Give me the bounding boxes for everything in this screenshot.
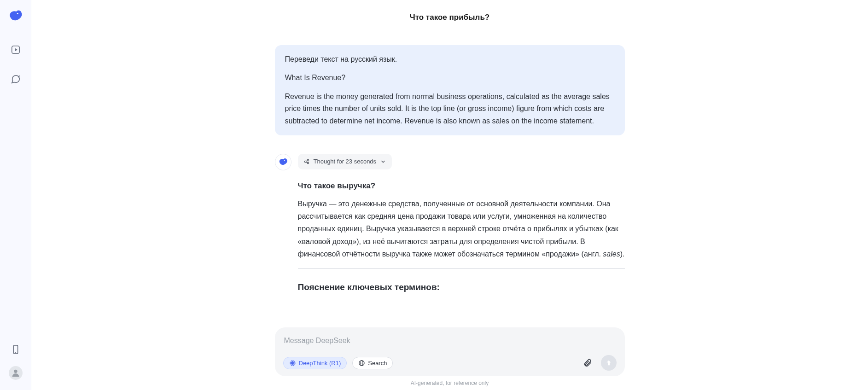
sidebar xyxy=(0,0,31,390)
svg-point-11 xyxy=(292,362,293,364)
svg-point-0 xyxy=(17,13,18,14)
composer: DeepThink (R1) Search xyxy=(275,327,625,376)
svg-line-10 xyxy=(306,162,307,163)
message-input[interactable] xyxy=(283,335,617,355)
assistant-avatar-icon xyxy=(275,154,291,170)
svg-point-8 xyxy=(307,162,309,164)
new-chat-icon[interactable] xyxy=(10,74,21,85)
search-label: Search xyxy=(368,360,387,367)
svg-point-6 xyxy=(304,161,306,163)
page-title: Что такое прибыль? xyxy=(410,0,490,31)
main-panel: Что такое прибыль? Переведи текст на рус… xyxy=(31,0,868,390)
assistant-subheading: Пояснение ключевых терминов: xyxy=(298,280,625,295)
svg-point-4 xyxy=(14,370,17,373)
user-message: Переведи текст на русский язык. What Is … xyxy=(275,45,625,135)
user-line-2: What Is Revenue? xyxy=(285,72,615,84)
svg-point-5 xyxy=(284,160,285,161)
footnote: AI-generated, for reference only xyxy=(411,380,489,386)
search-chip[interactable]: Search xyxy=(352,357,393,369)
svg-point-7 xyxy=(307,159,309,161)
svg-line-9 xyxy=(306,161,307,161)
assistant-body: Выручка — это денежные средства, получен… xyxy=(298,198,625,260)
deepthink-label: DeepThink (R1) xyxy=(299,360,341,367)
composer-area: DeepThink (R1) Search AI-generated, for xyxy=(31,327,868,390)
thought-chip[interactable]: Thought for 23 seconds xyxy=(298,154,392,169)
attach-button[interactable] xyxy=(580,355,595,371)
deepthink-chip[interactable]: DeepThink (R1) xyxy=(283,357,347,369)
chevron-down-icon xyxy=(380,158,386,165)
atom-icon xyxy=(289,360,296,367)
assistant-message: Thought for 23 seconds Что такое выручка… xyxy=(275,154,625,295)
user-avatar-icon[interactable] xyxy=(9,366,23,380)
divider xyxy=(298,268,625,269)
user-line-3: Revenue is the money generated from norm… xyxy=(285,91,615,127)
user-line-1: Переведи текст на русский язык. xyxy=(285,53,615,65)
thought-label: Thought for 23 seconds xyxy=(314,157,377,167)
thought-icon xyxy=(303,158,310,165)
paperclip-icon xyxy=(583,358,592,367)
mobile-icon[interactable] xyxy=(10,344,21,355)
globe-icon xyxy=(358,360,365,367)
app-logo-icon[interactable] xyxy=(8,8,23,26)
arrow-up-icon xyxy=(605,359,612,367)
play-icon[interactable] xyxy=(10,44,21,55)
send-button[interactable] xyxy=(601,355,617,371)
assistant-heading: Что такое выручка? xyxy=(298,180,625,193)
